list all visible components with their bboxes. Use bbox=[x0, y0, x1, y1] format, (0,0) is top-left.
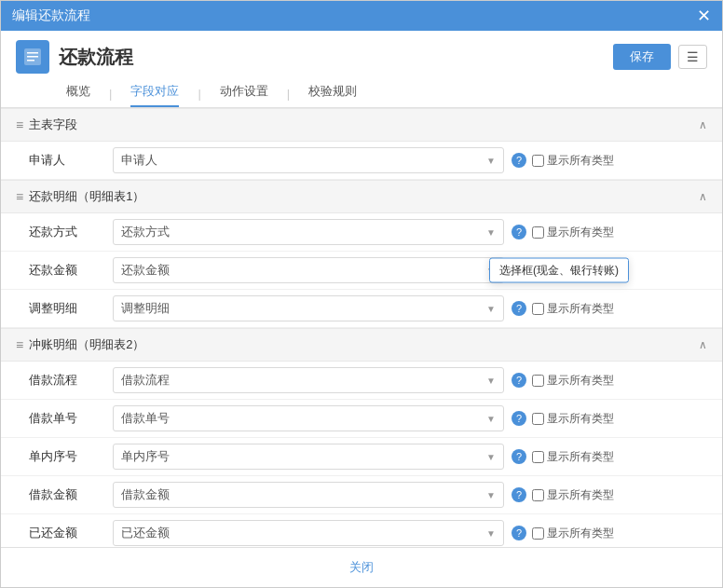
tabs-bar: 概览 | 字段对应 | 动作设置 | 校验规则 bbox=[1, 74, 722, 108]
field-select-value-repayment-amount: 还款金额 bbox=[121, 262, 486, 279]
checkbox-label-seq-number[interactable]: 显示所有类型 bbox=[532, 449, 614, 465]
field-label-loan-amount: 借款金额 bbox=[29, 486, 113, 503]
field-row-adjustment: 调整明细 调整明细 ▼ ? 显示所有类型 bbox=[1, 290, 722, 328]
menu-button[interactable]: ☰ bbox=[678, 45, 707, 69]
section-header-main[interactable]: ≡ 主表字段 ∧ bbox=[1, 108, 722, 142]
field-select-adjustment[interactable]: 调整明细 ▼ bbox=[113, 295, 504, 321]
info-icon-applicant[interactable]: ? bbox=[512, 153, 526, 168]
section-header-repayment[interactable]: ≡ 还款明细（明细表1） ∧ bbox=[1, 180, 722, 213]
svg-rect-3 bbox=[27, 60, 34, 62]
dialog: 编辑还款流程 ✕ 还款流程 保存 ☰ 概览 | 字段对应 | 动作设置 | bbox=[0, 0, 723, 588]
footer: 关闭 bbox=[1, 547, 722, 587]
checkbox-adjustment[interactable] bbox=[532, 303, 544, 315]
info-icon-seq-number[interactable]: ? bbox=[512, 449, 526, 464]
checkbox-label-adjustment[interactable]: 显示所有类型 bbox=[532, 301, 614, 317]
dropdown-arrow-loan-amount: ▼ bbox=[486, 490, 496, 500]
field-select-value-loan-process: 借款流程 bbox=[121, 372, 486, 389]
dropdown-arrow-loan-number: ▼ bbox=[486, 414, 496, 424]
header-right: 保存 ☰ bbox=[613, 44, 707, 70]
svg-rect-1 bbox=[27, 52, 38, 54]
section-arrow-main: ∧ bbox=[699, 118, 707, 131]
field-row-repayment-method: 还款方式 还款方式 ▼ ? 显示所有类型 bbox=[1, 213, 722, 252]
field-select-value-seq-number: 单内序号 bbox=[121, 448, 486, 465]
dropdown-arrow-seq-number: ▼ bbox=[486, 452, 496, 462]
field-select-loan-amount[interactable]: 借款金额 ▼ bbox=[113, 482, 504, 508]
field-controls-adjustment: ? 显示所有类型 bbox=[512, 301, 614, 317]
field-select-seq-number[interactable]: 单内序号 ▼ bbox=[113, 444, 504, 470]
section-title-repayment: 还款明细（明细表1） bbox=[29, 188, 144, 205]
field-row-repaid-amount: 已还金额 已还金额 ▼ ? 显示所有类型 bbox=[1, 514, 722, 547]
section-arrow-writeoff: ∧ bbox=[699, 338, 707, 351]
field-select-repaid-amount[interactable]: 已还金额 ▼ bbox=[113, 520, 504, 546]
field-controls-loan-amount: ? 显示所有类型 bbox=[512, 487, 614, 503]
field-row-loan-amount: 借款金额 借款金额 ▼ ? 显示所有类型 bbox=[1, 476, 722, 514]
field-controls-repaid-amount: ? 显示所有类型 bbox=[512, 526, 614, 541]
dropdown-arrow-repayment-method: ▼ bbox=[486, 227, 496, 238]
field-label-applicant: 申请人 bbox=[29, 152, 113, 169]
info-icon-loan-amount[interactable]: ? bbox=[512, 487, 526, 502]
save-button[interactable]: 保存 bbox=[613, 44, 671, 70]
section-collapse-icon-repayment: ≡ bbox=[16, 189, 23, 204]
field-controls-seq-number: ? 显示所有类型 bbox=[512, 449, 614, 465]
field-row-loan-process: 借款流程 借款流程 ▼ ? 显示所有类型 bbox=[1, 362, 722, 400]
field-select-loan-process[interactable]: 借款流程 ▼ bbox=[113, 367, 504, 393]
checkbox-label-loan-number[interactable]: 显示所有类型 bbox=[532, 411, 614, 427]
tab-field-mapping[interactable]: 字段对应 bbox=[130, 79, 179, 107]
field-select-value-adjustment: 调整明细 bbox=[121, 300, 486, 317]
checkbox-applicant[interactable] bbox=[532, 155, 544, 167]
content-area: ≡ 主表字段 ∧ 申请人 申请人 ▼ ? 显示所有类型 ≡ bbox=[1, 108, 722, 547]
close-footer-button[interactable]: 关闭 bbox=[349, 559, 374, 576]
dropdown-arrow-loan-process: ▼ bbox=[486, 376, 496, 386]
checkbox-label-loan-process[interactable]: 显示所有类型 bbox=[532, 373, 614, 389]
dropdown-arrow-repaid-amount: ▼ bbox=[486, 528, 496, 539]
section-header-writeoff[interactable]: ≡ 冲账明细（明细表2） ∧ bbox=[1, 328, 722, 362]
field-controls-loan-process: ? 显示所有类型 bbox=[512, 373, 614, 389]
info-icon-loan-process[interactable]: ? bbox=[512, 373, 526, 388]
title-bar: 编辑还款流程 ✕ bbox=[1, 1, 722, 31]
checkbox-repayment-method[interactable] bbox=[532, 226, 544, 239]
checkbox-seq-number[interactable] bbox=[532, 451, 544, 463]
field-label-repaid-amount: 已还金额 bbox=[29, 525, 113, 541]
checkbox-loan-amount[interactable] bbox=[532, 489, 544, 501]
close-button[interactable]: ✕ bbox=[697, 7, 711, 24]
checkbox-label-repaid-amount[interactable]: 显示所有类型 bbox=[532, 526, 614, 541]
field-row-seq-number: 单内序号 单内序号 ▼ ? 显示所有类型 bbox=[1, 438, 722, 476]
section-arrow-repayment: ∧ bbox=[699, 190, 707, 203]
checkbox-label-applicant[interactable]: 显示所有类型 bbox=[532, 153, 614, 169]
header: 还款流程 保存 ☰ bbox=[1, 31, 722, 74]
info-icon-repaid-amount[interactable]: ? bbox=[512, 526, 526, 540]
tab-overview[interactable]: 概览 bbox=[66, 79, 90, 107]
field-select-applicant[interactable]: 申请人 ▼ bbox=[113, 147, 504, 173]
field-controls-loan-number: ? 显示所有类型 bbox=[512, 411, 614, 427]
dropdown-arrow-applicant: ▼ bbox=[486, 156, 496, 166]
header-left: 还款流程 bbox=[16, 40, 133, 74]
field-label-loan-process: 借款流程 bbox=[29, 372, 113, 389]
info-icon-adjustment[interactable]: ? bbox=[512, 301, 526, 316]
field-controls-repayment-method: ? 显示所有类型 bbox=[512, 225, 614, 240]
field-label-adjustment: 调整明细 bbox=[29, 300, 113, 317]
form-icon bbox=[16, 40, 49, 74]
dropdown-arrow-adjustment: ▼ bbox=[486, 304, 496, 314]
field-label-repayment-amount: 还款金额 bbox=[29, 262, 113, 279]
field-select-loan-number[interactable]: 借款单号 ▼ bbox=[113, 405, 504, 431]
tab-validation-rules[interactable]: 校验规则 bbox=[308, 79, 357, 107]
section-collapse-icon-writeoff: ≡ bbox=[16, 337, 23, 352]
section-title-writeoff: 冲账明细（明细表2） bbox=[29, 336, 144, 353]
info-icon-repayment-method[interactable]: ? bbox=[512, 225, 526, 239]
tab-action-settings[interactable]: 动作设置 bbox=[220, 79, 268, 107]
header-title: 还款流程 bbox=[59, 45, 133, 70]
field-label-seq-number: 单内序号 bbox=[29, 448, 113, 465]
field-controls-applicant: ? 显示所有类型 bbox=[512, 153, 614, 169]
field-row-applicant: 申请人 申请人 ▼ ? 显示所有类型 bbox=[1, 142, 722, 180]
field-label-loan-number: 借款单号 bbox=[29, 410, 113, 427]
field-select-repayment-amount[interactable]: 还款金额 ▼ bbox=[113, 257, 504, 283]
info-icon-loan-number[interactable]: ? bbox=[512, 411, 526, 426]
checkbox-label-repayment-method[interactable]: 显示所有类型 bbox=[532, 225, 614, 240]
field-row-loan-number: 借款单号 借款单号 ▼ ? 显示所有类型 bbox=[1, 400, 722, 438]
checkbox-repaid-amount[interactable] bbox=[532, 527, 544, 540]
checkbox-label-loan-amount[interactable]: 显示所有类型 bbox=[532, 487, 614, 503]
checkbox-loan-number[interactable] bbox=[532, 413, 544, 425]
svg-rect-2 bbox=[27, 56, 38, 58]
field-select-repayment-method[interactable]: 还款方式 ▼ bbox=[113, 219, 504, 245]
checkbox-loan-process[interactable] bbox=[532, 375, 544, 387]
